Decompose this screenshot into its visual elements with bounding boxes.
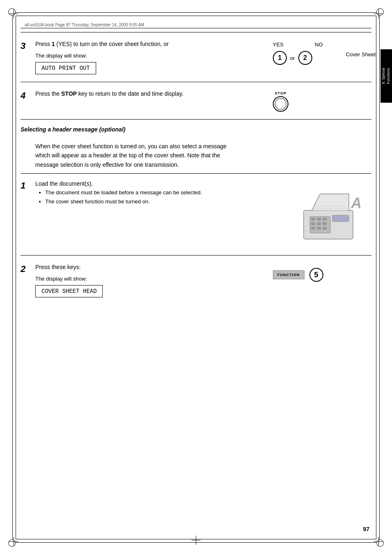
step2-display-label: The display will show:: [35, 276, 265, 282]
svg-marker-2: [275, 99, 286, 109]
step3-right: YES NO 1 or 2: [273, 40, 371, 74]
yes-no-keys-row: 1 or 2: [273, 51, 312, 65]
step4-content: Press the STOP key to return to the date…: [35, 90, 273, 112]
step2-content: Press these keys: The display will show:…: [35, 263, 273, 297]
yes-key-circle: 1: [273, 51, 287, 65]
crosshair-tr: [374, 9, 383, 18]
step1-bullet1: The document must be loaded before a mes…: [45, 188, 281, 197]
step3-display-box: AUTO PRINT OUT: [35, 62, 96, 74]
svg-rect-12: [317, 227, 321, 230]
stop-circle: [273, 96, 288, 112]
step1-bullets: The document must be loaded before a mes…: [35, 188, 281, 206]
step4-text: Press the STOP key to return to the date…: [35, 90, 265, 98]
step3-section: 3 Press 1 (YES) to turn on the cover she…: [21, 32, 371, 82]
selecting-section: Selecting a header message (optional) Wh…: [21, 120, 371, 173]
selecting-description: When the cover sheet function is turned …: [35, 142, 241, 169]
svg-rect-8: [311, 222, 315, 225]
step3-number: 3: [21, 40, 35, 74]
crosshair-bl: [9, 537, 18, 546]
svg-text:A: A: [350, 195, 362, 212]
step1-section: 1 Load the document(s). The document mus…: [21, 174, 371, 255]
svg-rect-11: [311, 227, 315, 230]
bottom-center-crosshair: [191, 536, 201, 546]
step1-bullet2: The cover sheet function must be turned …: [45, 197, 281, 206]
key5-circle: 5: [309, 268, 323, 282]
step1-number: 1: [21, 180, 35, 249]
step2-right: FUNCTION 5: [273, 263, 371, 297]
step2-text: Press these keys:: [35, 263, 265, 272]
svg-rect-5: [311, 218, 315, 221]
no-label: NO: [315, 41, 323, 48]
svg-rect-9: [317, 222, 321, 225]
function-button: FUNCTION: [273, 270, 304, 279]
step1-text: Load the document(s).: [35, 180, 281, 188]
crosshair-br: [374, 537, 383, 546]
yes-label: YES: [273, 41, 284, 48]
step4-right: STOP: [273, 90, 371, 112]
svg-rect-13: [323, 227, 327, 230]
step3-text: Press 1 (YES) to turn on the cover sheet…: [35, 40, 265, 48]
step4-number: 4: [21, 90, 35, 112]
step4-section: 4 Press the STOP key to return to the da…: [21, 82, 371, 119]
file-info: all-ux510A.book Page 97 Thursday, Septem…: [25, 23, 144, 27]
stop-label: STOP: [275, 91, 286, 95]
side-tab-label: 8. Special Functions: [381, 68, 391, 84]
function-row: FUNCTION 5: [273, 268, 323, 282]
stop-button-container: STOP: [273, 91, 288, 112]
selecting-inner: When the cover sheet function is turned …: [21, 138, 371, 169]
page-number: 97: [363, 526, 369, 532]
side-tab: 8. Special Functions: [380, 49, 392, 103]
selecting-heading: Selecting a header message (optional): [21, 126, 371, 133]
svg-rect-7: [323, 218, 327, 221]
step3-display-label: The display will show:: [35, 53, 265, 59]
no-key-circle: 2: [298, 51, 312, 65]
step2-display-box: COVER SHEET HEAD: [35, 285, 103, 297]
crosshair-tl: [9, 9, 18, 18]
fax-illustration: A: [289, 184, 371, 249]
step1-content: Load the document(s). The document must …: [35, 180, 289, 249]
step2-section: 2 Press these keys: The display will sho…: [21, 256, 371, 305]
svg-rect-14: [332, 215, 349, 221]
step2-number: 2: [21, 263, 35, 297]
svg-rect-6: [317, 218, 321, 221]
or-text: or: [290, 55, 295, 61]
yes-no-row: YES NO: [273, 41, 323, 48]
step3-content: Press 1 (YES) to turn on the cover sheet…: [35, 40, 273, 74]
header-line: [21, 28, 371, 28]
svg-rect-10: [323, 222, 327, 225]
main-content: 3 Press 1 (YES) to turn on the cover she…: [21, 32, 371, 534]
